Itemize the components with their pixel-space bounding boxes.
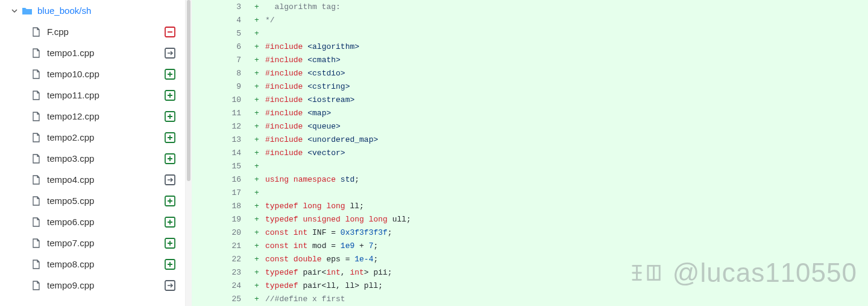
code-text: #include <vector>	[265, 148, 868, 158]
code-text: const int INF = 0x3f3f3f3f;	[265, 228, 868, 237]
status-renamed-icon	[165, 174, 175, 185]
diff-plus-sign: +	[252, 255, 265, 264]
file-label: tempo5.cpp	[47, 196, 165, 206]
line-number: 15	[210, 162, 252, 171]
chevron-down-icon	[10, 6, 19, 16]
line-number: 9	[210, 82, 252, 91]
code-text: #include <map>	[265, 109, 868, 118]
code-line[interactable]: 15+	[210, 159, 868, 173]
code-text: #include <unordered_map>	[265, 135, 868, 144]
file-label: tempo6.cpp	[47, 217, 165, 227]
code-line[interactable]: 25+//#define x first	[210, 292, 868, 305]
status-added-icon	[165, 238, 175, 249]
file-icon	[31, 175, 41, 185]
file-item[interactable]: tempo12.cpp	[0, 106, 185, 127]
diff-plus-sign: +	[252, 16, 265, 25]
status-renamed-icon	[165, 280, 175, 291]
code-text: #include <cmath>	[265, 56, 868, 65]
folder-item[interactable]: blue_book/sh	[0, 0, 185, 21]
code-text: algorithm tag:	[265, 2, 868, 11]
scrollbar-thumb[interactable]	[187, 0, 190, 181]
diff-plus-sign: +	[252, 69, 265, 78]
code-line[interactable]: 18+typedef long long ll;	[210, 199, 868, 212]
code-line[interactable]: 12+#include <queue>	[210, 120, 868, 133]
file-label: tempo3.cpp	[47, 153, 165, 164]
code-text: //#define x first	[265, 295, 868, 304]
file-item[interactable]: tempo11.cpp	[0, 84, 185, 106]
code-line[interactable]: 9+#include <cstring>	[210, 80, 868, 93]
code-text: typedef pair<int, int> pii;	[265, 268, 868, 277]
code-line[interactable]: 10+#include <iostream>	[210, 93, 868, 106]
code-line[interactable]: 4+*/	[210, 13, 868, 27]
code-line[interactable]: 13+#include <unordered_map>	[210, 133, 868, 146]
code-line[interactable]: 7+#include <cmath>	[210, 53, 868, 66]
code-line[interactable]: 22+const double eps = 1e-4;	[210, 252, 868, 266]
file-label: tempo2.cpp	[47, 132, 165, 142]
code-line[interactable]: 24+typedef pair<ll, ll> pll;	[210, 279, 868, 292]
code-line[interactable]: 5+	[210, 27, 868, 40]
diff-code-area[interactable]: 3+ algorithm tag:4+*/5+6+#include <algor…	[192, 0, 868, 306]
diff-plus-sign: +	[252, 202, 265, 211]
file-icon	[31, 238, 41, 248]
file-tree-sidebar[interactable]: blue_book/sh F.cpptempo1.cpptempo10.cppt…	[0, 0, 186, 306]
file-item[interactable]: tempo7.cpp	[0, 232, 185, 253]
code-line[interactable]: 16+using namespace std;	[210, 173, 868, 186]
file-item[interactable]: tempo6.cpp	[0, 211, 185, 232]
code-line[interactable]: 14+#include <vector>	[210, 146, 868, 159]
code-text: #include <algorithm>	[265, 42, 868, 51]
file-icon	[31, 260, 41, 269]
file-label: tempo1.cpp	[47, 48, 165, 58]
line-number: 20	[210, 228, 252, 237]
line-number: 16	[210, 175, 252, 184]
code-text: */	[265, 16, 868, 25]
file-item[interactable]: tempo2.cpp	[0, 127, 185, 148]
code-line[interactable]: 19+typedef unsigned long long ull;	[210, 212, 868, 226]
file-item[interactable]: tempo5.cpp	[0, 190, 185, 211]
file-icon	[31, 154, 41, 164]
diff-plus-sign: +	[252, 135, 265, 144]
code-text: using namespace std;	[265, 175, 868, 184]
folder-icon	[22, 6, 33, 16]
diff-plus-sign: +	[252, 29, 265, 38]
line-number: 6	[210, 42, 252, 51]
diff-plus-sign: +	[252, 42, 265, 51]
file-label: tempo8.cpp	[47, 259, 165, 269]
code-text: #include <cstdio>	[265, 69, 868, 78]
file-item[interactable]: tempo4.cpp	[0, 169, 185, 190]
diff-plus-sign: +	[252, 82, 265, 91]
line-number: 21	[210, 241, 252, 250]
code-line[interactable]: 8+#include <cstdio>	[210, 66, 868, 80]
file-item[interactable]: tempo3.cpp	[0, 148, 185, 169]
code-line[interactable]: 6+#include <algorithm>	[210, 40, 868, 53]
file-item[interactable]: tempo8.cpp	[0, 253, 185, 275]
code-line[interactable]: 20+const int INF = 0x3f3f3f3f;	[210, 226, 868, 239]
file-item[interactable]: tempo10.cpp	[0, 63, 185, 84]
diff-plus-sign: +	[252, 241, 265, 250]
diff-plus-sign: +	[252, 2, 265, 11]
file-icon	[31, 91, 41, 100]
diff-plus-sign: +	[252, 122, 265, 131]
file-label: tempo11.cpp	[47, 90, 165, 100]
code-line[interactable]: 23+typedef pair<int, int> pii;	[210, 266, 868, 279]
diff-plus-sign: +	[252, 162, 265, 171]
file-item[interactable]: F.cpp	[0, 21, 185, 42]
line-number: 7	[210, 56, 252, 65]
code-text: #include <cstring>	[265, 82, 868, 91]
diff-plus-sign: +	[252, 148, 265, 158]
line-number: 13	[210, 135, 252, 144]
file-label: tempo12.cpp	[47, 111, 165, 121]
sidebar-scrollbar[interactable]	[186, 0, 192, 306]
diff-plus-sign: +	[252, 188, 265, 197]
status-removed-icon	[165, 27, 175, 37]
file-item[interactable]: tempo1.cpp	[0, 42, 185, 63]
code-text: const int mod = 1e9 + 7;	[265, 241, 868, 250]
code-line[interactable]: 21+const int mod = 1e9 + 7;	[210, 239, 868, 252]
code-line[interactable]: 17+	[210, 186, 868, 199]
status-added-icon	[165, 196, 175, 206]
code-line[interactable]: 3+ algorithm tag:	[210, 0, 868, 13]
status-added-icon	[165, 153, 175, 164]
file-icon	[31, 217, 41, 227]
code-line[interactable]: 11+#include <map>	[210, 106, 868, 120]
file-label: tempo10.cpp	[47, 69, 165, 79]
file-item[interactable]: tempo9.cpp	[0, 275, 185, 296]
